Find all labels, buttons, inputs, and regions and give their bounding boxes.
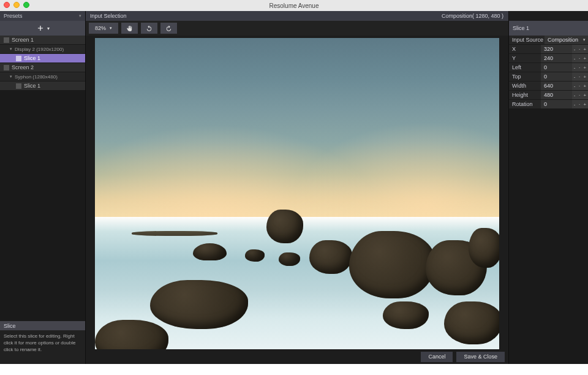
footer-buttons: Cancel Save & Close [86, 349, 508, 364]
chevron-down-icon: ▾ [583, 37, 586, 42]
tree-label: Display 2 (1920x1200) [15, 47, 64, 52]
prop-label: X [509, 46, 541, 52]
input-source-dropdown[interactable]: Composition ▾ [545, 36, 588, 44]
redo-icon [165, 25, 172, 32]
screen-icon [4, 37, 9, 43]
pan-tool-button[interactable] [121, 23, 138, 34]
undo-button[interactable] [141, 23, 157, 34]
tree-label: Screen 1 [12, 37, 34, 43]
window-controls [4, 2, 29, 8]
triangle-down-icon: ▾ [10, 47, 12, 51]
input-source-row[interactable]: Input Source Composition ▾ [509, 36, 588, 45]
prop-value-input[interactable]: 320 [541, 45, 572, 53]
tree-label: Slice 1 [24, 55, 40, 61]
prop-stepper[interactable]: -·+ [572, 63, 588, 72]
prop-label: Width [509, 83, 541, 89]
tree-slice[interactable]: Slice 1 [0, 54, 85, 63]
prop-stepper[interactable]: -·+ [572, 100, 588, 108]
plus-icon [36, 24, 45, 32]
prop-label: Left [509, 64, 541, 70]
prop-value-input[interactable]: 0 [541, 63, 572, 72]
tree-slice[interactable]: Slice 1 [0, 81, 85, 91]
close-window-icon[interactable] [4, 2, 10, 8]
prop-value-input[interactable]: 480 [541, 91, 572, 99]
chevron-down-icon: ▾ [79, 13, 81, 18]
canvas-area[interactable] [86, 36, 508, 349]
undo-icon [146, 25, 153, 32]
prop-row-rotation: Rotation 0 -·+ [509, 100, 588, 109]
minimize-window-icon[interactable] [13, 2, 20, 8]
preview-image [95, 38, 499, 349]
tree-label: Slice 1 [24, 83, 40, 89]
save-close-button[interactable]: Save & Close [456, 352, 505, 362]
center-header: Input Selection Composition( 1280, 480 ) [86, 11, 508, 21]
prop-stepper[interactable]: -·+ [572, 91, 588, 99]
chevron-down-icon: ▾ [47, 26, 50, 31]
chevron-down-icon: ▾ [110, 26, 112, 31]
prop-stepper[interactable]: -·+ [572, 72, 588, 81]
tree-label: Syphon (1280x480) [15, 74, 58, 80]
composition-info: Composition( 1280, 480 ) [442, 13, 508, 19]
zoom-value: 82% [95, 25, 106, 31]
tree-display[interactable]: ▾ Display 2 (1920x1200) [0, 45, 85, 54]
prop-value-input[interactable]: 240 [541, 54, 572, 63]
input-source-label: Input Source [509, 37, 545, 43]
prop-row-x: X 320 -·+ [509, 45, 588, 54]
help-header: Slice [0, 321, 85, 330]
screen-icon [4, 65, 9, 70]
prop-label: Height [509, 92, 541, 98]
help-text: Select this slice for editing. Right cli… [0, 330, 85, 364]
cancel-button[interactable]: Cancel [421, 352, 453, 362]
prop-stepper[interactable]: -·+ [572, 81, 588, 90]
slice-icon [16, 83, 21, 89]
center-toolbar: 82% ▾ [86, 21, 508, 36]
prop-row-y: Y 240 -·+ [509, 54, 588, 63]
zoom-window-icon[interactable] [23, 2, 29, 8]
app-title: Resolume Avenue [270, 2, 319, 9]
prop-row-left: Left 0 -·+ [509, 63, 588, 72]
center-title: Input Selection [86, 13, 131, 19]
tree-display[interactable]: ▾ Syphon (1280x480) [0, 72, 85, 81]
tree-screen[interactable]: Screen 1 [0, 36, 85, 45]
triangle-down-icon: ▾ [10, 74, 12, 79]
redo-button[interactable] [160, 23, 177, 34]
hand-icon [126, 25, 133, 32]
prop-row-width: Width 640 -·+ [509, 81, 588, 91]
slice-icon [16, 56, 21, 61]
prop-stepper[interactable]: -·+ [572, 54, 588, 63]
title-bar: Resolume Avenue [0, 0, 588, 11]
prop-row-height: Height 480 -·+ [509, 91, 588, 100]
slice-title: Slice 1 [513, 25, 529, 31]
input-source-value: Composition [548, 37, 578, 43]
prop-value-input[interactable]: 0 [541, 72, 572, 81]
presets-header-label: Presets [4, 13, 23, 19]
prop-value-input[interactable]: 0 [541, 100, 572, 108]
tree-screen[interactable]: Screen 2 [0, 63, 85, 72]
properties-panel: Slice 1 Input Source Composition ▾ X 320… [508, 11, 588, 364]
presets-header[interactable]: Presets ▾ [0, 11, 85, 21]
sidebar: Presets ▾ ▾ Screen 1 ▾ Display 2 (1920x1… [0, 11, 86, 364]
output-tree: Screen 1 ▾ Display 2 (1920x1200) Slice 1… [0, 36, 85, 321]
prop-label: Rotation [509, 101, 541, 107]
prop-label: Y [509, 55, 541, 61]
center-panel: Input Selection Composition( 1280, 480 )… [86, 11, 508, 364]
tree-label: Screen 2 [12, 64, 34, 70]
prop-label: Top [509, 74, 541, 80]
prop-value-input[interactable]: 640 [541, 81, 572, 90]
zoom-dropdown[interactable]: 82% ▾ [89, 23, 118, 34]
prop-stepper[interactable]: -·+ [572, 45, 588, 53]
help-title: Slice [4, 323, 16, 329]
prop-row-top: Top 0 -·+ [509, 72, 588, 81]
add-preset-button[interactable]: ▾ [0, 21, 85, 36]
slice-header: Slice 1 [509, 21, 588, 36]
